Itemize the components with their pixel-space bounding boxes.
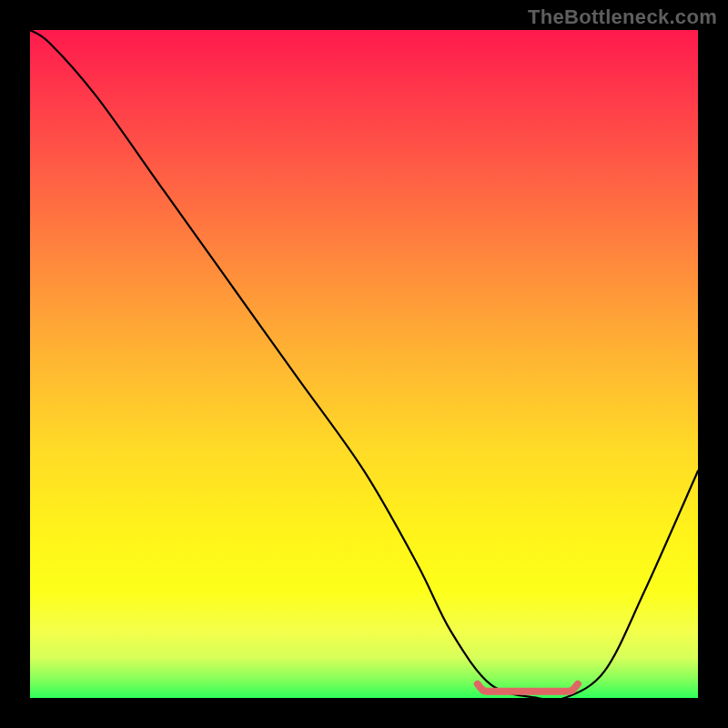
bottleneck-curve xyxy=(30,30,698,698)
bottleneck-curve-svg xyxy=(30,30,698,698)
brand-watermark: TheBottleneck.com xyxy=(528,5,717,29)
gradient-plot-area xyxy=(30,30,698,698)
chart-frame: TheBottleneck.com xyxy=(0,0,728,728)
